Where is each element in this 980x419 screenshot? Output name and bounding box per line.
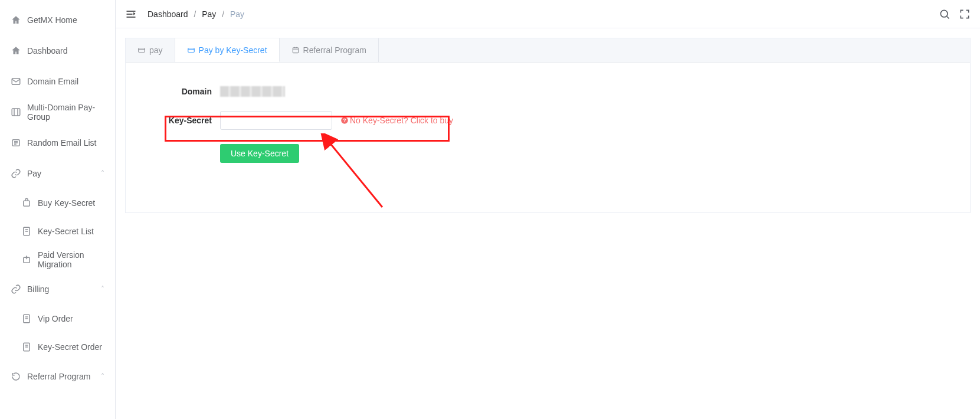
sidebar-item-label: Referral Program [27,372,90,381]
sidebar-item-home[interactable]: GetMX Home [0,5,115,35]
breadcrumb-separator: / [222,9,224,19]
link-icon [11,284,21,294]
sidebar-item-key-secret-list[interactable]: Key-Secret List [0,217,115,245]
domain-row: Domain [161,86,935,97]
svg-text:?: ? [343,118,346,123]
domain-label: Domain [161,87,220,96]
svg-rect-10 [188,48,194,52]
svg-rect-3 [24,201,30,206]
sidebar-item-label: Multi-Domain Pay-Group [27,103,104,122]
tabs: pay Pay by Key-Secret Referral Program [126,38,970,63]
home-icon [11,15,21,25]
sidebar-item-multi-domain[interactable]: Multi-Domain Pay-Group [0,97,115,127]
sidebar-item-billing[interactable]: Billing ˄ [0,274,115,305]
doc-icon [21,342,32,352]
form: Domain Key-Secret ? No Key-Secret? Click… [126,63,970,212]
tab-pay[interactable]: pay [126,38,175,62]
sidebar-item-label: Key-Secret Order [38,342,102,352]
sidebar-item-dashboard[interactable]: Dashboard [0,35,115,66]
sidebar-item-referral[interactable]: Referral Program ˄ [0,361,115,392]
calendar-icon [291,46,300,54]
sidebar-item-paid-migration[interactable]: Paid Version Migration [0,245,115,274]
list-icon [11,138,21,148]
mail-icon [11,76,21,87]
sidebar-item-buy-key-secret[interactable]: Buy Key-Secret [0,189,115,217]
loop-icon [11,371,21,382]
sidebar-item-domain-email[interactable]: Domain Email [0,66,115,97]
sidebar-item-label: Key-Secret List [38,227,94,236]
fullscreen-icon[interactable] [959,8,971,20]
svg-rect-9 [139,48,145,53]
svg-rect-1 [12,109,20,116]
breadcrumb-item[interactable]: Dashboard [148,9,188,19]
doc-icon [21,226,32,237]
tab-pay-key-secret[interactable]: Pay by Key-Secret [175,38,280,62]
migrate-icon [21,254,32,265]
sidebar-item-random-email[interactable]: Random Email List [0,127,115,158]
chevron-up-icon: ˄ [101,372,104,381]
search-icon[interactable] [939,8,950,20]
keysecret-label: Key-Secret [161,116,220,125]
breadcrumb: Dashboard / Pay / Pay [148,9,244,19]
keysecret-row: Key-Secret ? No Key-Secret? Click to buy [161,111,935,130]
sidebar-item-vip-order[interactable]: Vip Order [0,305,115,333]
sidebar-item-label: Vip Order [38,314,73,323]
submit-row: Use Key-Secret [161,144,935,163]
tab-label: Pay by Key-Secret [199,45,267,55]
use-keysecret-button[interactable]: Use Key-Secret [220,144,299,163]
sidebar: GetMX Home Dashboard Domain Email Multi-… [0,0,116,419]
sidebar-item-label: GetMX Home [27,15,77,25]
tab-label: pay [149,45,163,55]
sidebar-item-label: Billing [27,284,49,294]
card: pay Pay by Key-Secret Referral Program D… [125,38,971,213]
svg-point-8 [940,10,948,17]
sidebar-item-label: Pay [27,169,41,178]
sidebar-item-label: Paid Version Migration [38,250,104,269]
doc-icon [21,313,32,324]
no-keysecret-link[interactable]: ? No Key-Secret? Click to buy [340,116,453,125]
sidebar-item-label: Random Email List [27,138,97,148]
sidebar-item-pay[interactable]: Pay ˄ [0,158,115,189]
hamburger-icon[interactable] [125,8,137,20]
tab-referral[interactable]: Referral Program [280,38,379,62]
sidebar-item-label: Buy Key-Secret [38,198,95,208]
breadcrumb-item[interactable]: Pay [202,9,216,19]
credit-card-icon [187,46,195,54]
question-circle-icon: ? [340,116,349,125]
help-text: No Key-Secret? Click to buy [350,116,453,125]
keysecret-input[interactable] [220,111,332,130]
sidebar-item-label: Domain Email [27,77,78,86]
sidebar-item-label: Dashboard [27,46,68,55]
svg-rect-11 [293,48,298,53]
group-icon [11,107,21,117]
domain-value-redacted [220,86,285,97]
chevron-up-icon: ˄ [101,169,104,178]
sidebar-item-key-secret-order[interactable]: Key-Secret Order [0,333,115,361]
cart-icon [21,198,32,208]
credit-card-icon [137,46,146,54]
chevron-up-icon: ˄ [101,285,104,293]
topbar: Dashboard / Pay / Pay [116,0,980,28]
breadcrumb-separator: / [194,9,196,19]
home-icon [11,45,21,56]
tab-label: Referral Program [303,45,366,55]
breadcrumb-current: Pay [230,9,244,19]
link-icon [11,168,21,179]
